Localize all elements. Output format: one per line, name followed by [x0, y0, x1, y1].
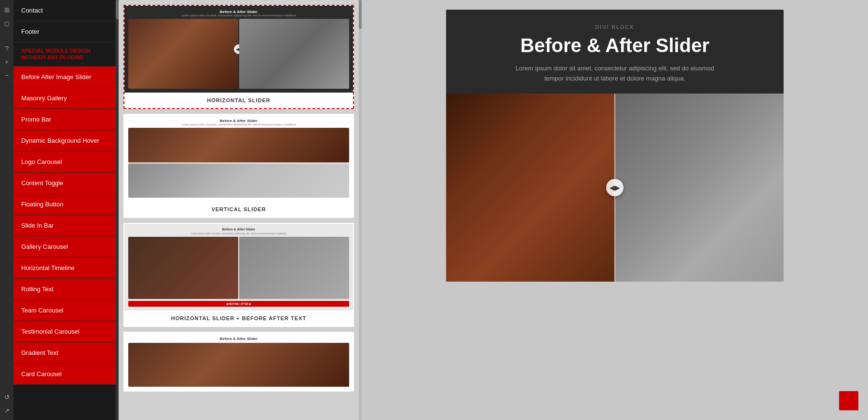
- main-content: DIVI BLOCK Before & After Slider Lorem i…: [362, 0, 868, 420]
- preview-combo-images: [128, 237, 349, 299]
- sidebar-item-testimonial-carousel[interactable]: Testimonial Carousel: [14, 321, 116, 342]
- help-icon[interactable]: ?: [1, 42, 13, 54]
- sidebar-item-contact[interactable]: Contact: [14, 0, 116, 21]
- after-image-v: [128, 163, 349, 198]
- red-button[interactable]: [839, 391, 858, 410]
- sidebar-item-content-toggle[interactable]: Content Toggle: [14, 173, 116, 194]
- card-combo-label: HORIZONTAL SLIDER + BEFORE AFTER TEXT: [124, 311, 353, 326]
- layers-icon[interactable]: ⊞: [1, 4, 13, 15]
- preview-h-main-title: Before & After Slider: [128, 10, 349, 14]
- preview-4-images: [128, 343, 349, 387]
- preview-h-subtitle: Lorem ipsum dolor sit amet, consectetur …: [128, 14, 349, 17]
- sidebar-item-promo-bar[interactable]: Promo Bar: [14, 109, 116, 130]
- sidebar-item-before-after[interactable]: Before After Image Slider: [14, 67, 116, 88]
- card-4-preview: Before & After Slider: [124, 333, 353, 391]
- external-link-icon[interactable]: ↗: [1, 405, 13, 416]
- combo-after-img: [239, 237, 349, 299]
- preview-4-layout: Before & After Slider: [124, 333, 353, 391]
- sidebar-item-masonry[interactable]: Masonry Gallery: [14, 88, 116, 109]
- preview-header: DIVI BLOCK Before & After Slider Lorem i…: [446, 10, 784, 94]
- preview-description: Lorem ipsum dolor sit amet, consectetur …: [514, 64, 716, 84]
- slider-after-image: [615, 94, 784, 282]
- minus-icon[interactable]: −: [1, 69, 13, 81]
- sidebar-item-footer[interactable]: Footer: [14, 21, 116, 42]
- preview-v-main-title: Before & After Slider: [128, 119, 349, 123]
- sidebar-item-rolling-text[interactable]: Rolling Text: [14, 279, 116, 300]
- card-4[interactable]: Before & After Slider: [123, 332, 354, 392]
- preview-slider-area: ◀▶: [446, 94, 784, 282]
- preview-4-title-bar: Before & After Slider: [128, 337, 349, 341]
- preview-v-subtitle: Lorem ipsum dolor sit amet, consectetur …: [128, 123, 349, 126]
- card-h-label: HORIZONTAL SLIDER: [124, 93, 353, 108]
- card-combo-slider[interactable]: Before & After Slider Lorem ipsum dolor …: [123, 223, 354, 327]
- undo-icon[interactable]: ↺: [1, 391, 13, 403]
- before-image-v: [128, 128, 349, 163]
- sidebar-item-logo-carousel[interactable]: Logo Carousel: [14, 151, 116, 173]
- sidebar-scroll-thumb: [116, 0, 119, 19]
- sidebar-item-slide-in-bar[interactable]: Slide In Bar: [14, 215, 116, 236]
- preview-v-title-bar: Before & After Slider Lorem ipsum dolor …: [128, 119, 349, 126]
- preview-main-title: Before & After Slider: [465, 35, 764, 56]
- sidebar-section-special: SPECIAL MODULE DESIGN WITHOUT ANY PLUGIN…: [14, 42, 116, 67]
- preview-h-title-bar: Before & After Slider Lorem ipsum dolor …: [128, 10, 349, 17]
- combo-before-img: [128, 237, 238, 299]
- preview-panel: DIVI BLOCK Before & After Slider Lorem i…: [446, 10, 784, 282]
- sidebar-item-gallery-carousel[interactable]: Gallery Carousel: [14, 236, 116, 257]
- sidebar-item-card-carousel[interactable]: Card Carousel: [14, 364, 116, 385]
- sidebar-scrollbar[interactable]: [116, 0, 119, 420]
- sidebar-item-team-carousel[interactable]: Team Carousel: [14, 300, 116, 321]
- preview-combo-layout: Before & After Slider Lorem ipsum dolor …: [124, 224, 353, 311]
- preview-h-images: ◀▶: [128, 19, 349, 89]
- card-combo-preview: Before & After Slider Lorem ipsum dolor …: [124, 224, 353, 311]
- middle-scroll-thumb: [359, 0, 362, 29]
- preview-combo-sub: Lorem ipsum dolor sit amet, consectetur …: [128, 232, 349, 235]
- preview-v-layout: Before & After Slider Lorem ipsum dolor …: [124, 115, 353, 202]
- icon-bar: ⊞ ◻ ? + − ↺ ↗: [0, 0, 14, 420]
- add-icon[interactable]: +: [1, 56, 13, 68]
- combo-bottom-text: ◀ BEFORE / AFTER ▶: [226, 302, 251, 305]
- preview-4-title: Before & After Slider: [128, 337, 349, 341]
- sidebar-item-floating-button[interactable]: Floating Button: [14, 194, 116, 215]
- preview-combo-title: Before & After Slider: [128, 228, 349, 231]
- card-vertical-slider[interactable]: Before & After Slider Lorem ipsum dolor …: [123, 114, 354, 218]
- middle-panel: Before & After Slider Lorem ipsum dolor …: [119, 0, 359, 420]
- combo-bottom-bar: ◀ BEFORE / AFTER ▶: [128, 301, 349, 307]
- card-horizontal-slider[interactable]: Before & After Slider Lorem ipsum dolor …: [123, 5, 354, 109]
- card-vertical-preview: Before & After Slider Lorem ipsum dolor …: [124, 115, 353, 202]
- slider-before-image: [446, 94, 615, 282]
- preview-h-layout: Before & After Slider Lorem ipsum dolor …: [124, 6, 353, 93]
- middle-scrollbar[interactable]: [359, 0, 362, 420]
- sidebar-item-dynamic-bg[interactable]: Dynamic Background Hover: [14, 130, 116, 151]
- sidebar: Contact Footer SPECIAL MODULE DESIGN WIT…: [14, 0, 116, 420]
- card-v-label: VERTICAL SLIDER: [124, 202, 353, 217]
- card-horizontal-preview: Before & After Slider Lorem ipsum dolor …: [124, 6, 353, 93]
- sidebar-item-horizontal-timeline[interactable]: Horizontal Timeline: [14, 257, 116, 279]
- slider-center-handle[interactable]: ◀▶: [606, 179, 624, 196]
- before-image: [128, 19, 238, 89]
- sidebar-item-gradient-text[interactable]: Gradient Text: [14, 342, 116, 364]
- after-image: [239, 19, 349, 89]
- preview-v-images: [128, 128, 349, 198]
- page-icon[interactable]: ◻: [1, 17, 13, 29]
- preview-divi-label: DIVI BLOCK: [465, 24, 764, 30]
- before-image-4: [128, 343, 349, 387]
